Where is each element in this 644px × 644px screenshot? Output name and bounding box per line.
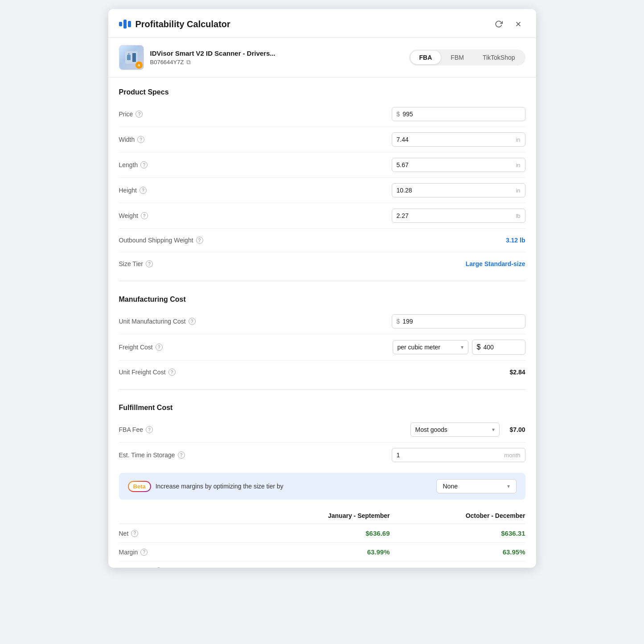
outbound-value: 3.12 lb (506, 237, 525, 244)
unit-freight-cost-row: Unit Freight Cost ? $2.84 (119, 362, 525, 382)
unit-mfg-cost-row: Unit Manufacturing Cost ? $ 199 (119, 311, 525, 332)
unit-mfg-value: 199 (402, 318, 520, 325)
price-help-icon[interactable]: ? (135, 111, 143, 118)
header-left: Profitability Calculator (119, 19, 230, 29)
length-input[interactable]: 5.67 in (392, 158, 525, 172)
freight-cost-row: Freight Cost ? per cubic meter ▾ $ 400 (119, 336, 525, 358)
product-asin-row: B076644Y7Z ⧉ (150, 58, 276, 66)
roi-help-icon[interactable]: ? (155, 567, 162, 568)
price-label: Price ? (119, 111, 143, 118)
size-tier-help-icon[interactable]: ? (146, 260, 153, 267)
tab-fba[interactable]: FBA (410, 51, 441, 64)
freight-amount-input[interactable]: $ 400 (472, 340, 525, 355)
freight-help-icon[interactable]: ? (156, 344, 163, 351)
product-specs-title: Product Specs (119, 88, 525, 96)
product-row: a IDVisor Smart V2 ID Scanner - Drivers.… (108, 38, 536, 78)
price-value: 995 (402, 111, 520, 118)
results-header: January - September October - December (119, 508, 525, 524)
optimize-tier-value: None (443, 483, 505, 490)
net-val2: $636.31 (390, 529, 525, 537)
freight-amount-value: 400 (483, 344, 520, 351)
roi-val1: 315.10% (254, 567, 390, 568)
price-input[interactable]: $ 995 (392, 107, 525, 121)
roi-row: ROI per unit ? 315.10% 314.32% (119, 562, 525, 568)
fba-fee-help-icon[interactable]: ? (146, 426, 153, 433)
calculator-window: Profitability Calculator (108, 9, 536, 568)
storage-label: Est. Time in Storage ? (119, 451, 185, 459)
length-value: 5.67 (397, 161, 516, 168)
app-title: Profitability Calculator (135, 19, 230, 29)
copy-icon[interactable]: ⧉ (186, 58, 191, 66)
header: Profitability Calculator (108, 9, 536, 38)
fulfillment-cost-section: Fulfillment Cost FBA Fee ? Most goods ▾ … (119, 393, 525, 469)
fba-fee-right: Most goods ▾ $7.00 (410, 422, 525, 437)
refresh-button[interactable] (492, 17, 506, 31)
fba-fee-label: FBA Fee ? (119, 426, 153, 433)
fba-fee-select[interactable]: Most goods ▾ (410, 422, 500, 437)
height-help-icon[interactable]: ? (139, 187, 147, 194)
price-row: Price ? $ 995 (119, 103, 525, 125)
product-name: IDVisor Smart V2 ID Scanner - Drivers... (150, 49, 276, 57)
content-area: Product Specs Price ? $ 995 Width ? (108, 78, 536, 568)
product-thumbnail: a (119, 45, 144, 70)
height-value: 10.28 (397, 187, 516, 194)
weight-value: 2.27 (397, 212, 516, 219)
margin-val1: 63.99% (254, 548, 390, 556)
length-label: Length ? (119, 161, 148, 168)
net-help-icon[interactable]: ? (131, 530, 138, 537)
product-asin: B076644Y7Z (150, 59, 184, 66)
net-row: Net ? $636.69 $636.31 (119, 524, 525, 543)
storage-input[interactable]: 1 month (392, 448, 525, 462)
tab-tiktokshop[interactable]: TikTokShop (474, 51, 524, 64)
unit-freight-label: Unit Freight Cost ? (119, 369, 176, 376)
weight-help-icon[interactable]: ? (141, 212, 148, 219)
amazon-badge: a (135, 62, 143, 69)
width-value: 7.44 (397, 136, 516, 143)
weight-suffix: lb (516, 213, 520, 219)
net-label: Net ? (119, 530, 254, 537)
width-suffix: in (516, 136, 520, 143)
roi-label: ROI per unit ? (119, 567, 254, 568)
net-val1: $636.69 (254, 529, 390, 537)
width-input[interactable]: 7.44 in (392, 132, 525, 147)
freight-type-select[interactable]: per cubic meter ▾ (393, 340, 468, 354)
weight-label: Weight ? (119, 212, 148, 219)
margin-help-icon[interactable]: ? (140, 549, 148, 556)
weight-row: Weight ? 2.27 lb (119, 205, 525, 226)
size-tier-value: Large Standard-size (466, 260, 525, 267)
product-details: IDVisor Smart V2 ID Scanner - Drivers...… (150, 49, 276, 66)
height-input[interactable]: 10.28 in (392, 183, 525, 197)
storage-help-icon[interactable]: ? (178, 451, 185, 459)
width-help-icon[interactable]: ? (137, 136, 144, 143)
close-button[interactable] (511, 17, 525, 31)
unit-mfg-input[interactable]: $ 199 (392, 314, 525, 328)
freight-type-value: per cubic meter (398, 344, 458, 351)
length-help-icon[interactable]: ? (140, 161, 148, 168)
outbound-help-icon[interactable]: ? (196, 237, 203, 244)
optimize-chevron-icon: ▾ (507, 483, 510, 489)
roi-val2: 314.32% (390, 567, 525, 568)
freight-chevron-icon: ▾ (461, 344, 464, 350)
fba-chevron-icon: ▾ (492, 427, 495, 433)
fba-fee-value: $7.00 (503, 426, 525, 433)
storage-suffix: month (504, 452, 520, 459)
beta-text: Increase margins by optimizing the size … (156, 483, 432, 490)
margin-label: Margin ? (119, 549, 254, 556)
storage-time-row: Est. Time in Storage ? 1 month (119, 444, 525, 466)
unit-freight-help-icon[interactable]: ? (168, 369, 176, 376)
manufacturing-cost-section: Manufacturing Cost Unit Manufacturing Co… (119, 285, 525, 386)
fba-fee-row: FBA Fee ? Most goods ▾ $7.00 (119, 419, 525, 440)
width-label: Width ? (119, 136, 145, 143)
height-label: Height ? (119, 187, 147, 194)
beta-banner: Beta Increase margins by optimizing the … (119, 473, 525, 500)
beta-badge: Beta (128, 481, 151, 492)
unit-mfg-help-icon[interactable]: ? (189, 318, 196, 325)
svg-rect-4 (132, 53, 136, 62)
product-specs-section: Product Specs Price ? $ 995 Width ? (119, 78, 525, 277)
tab-fbm[interactable]: FBM (442, 51, 473, 64)
optimize-tier-select[interactable]: None ▾ (436, 479, 517, 493)
tab-group: FBA FBM TikTokShop (409, 49, 525, 66)
storage-value: 1 (397, 451, 505, 459)
weight-input[interactable]: 2.27 lb (392, 209, 525, 223)
svg-rect-3 (127, 55, 131, 60)
